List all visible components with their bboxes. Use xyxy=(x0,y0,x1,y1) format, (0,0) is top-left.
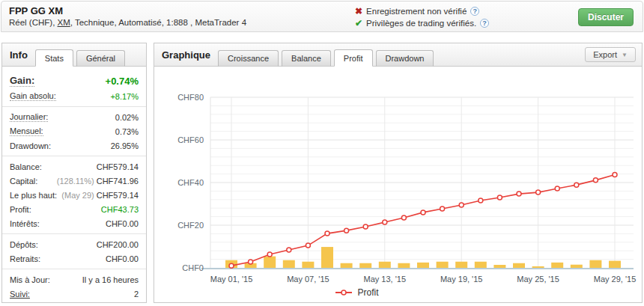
stat-row-profit: Profit: CHF43.73 xyxy=(10,202,139,216)
stat-note: (May 29) xyxy=(61,191,94,200)
caret-down-icon: ▼ xyxy=(622,52,628,58)
stat-value: 2 xyxy=(134,290,139,299)
verification-row-registration: ✖ Enregistrement non vérifié ? xyxy=(355,5,489,17)
stat-label: Dépôts: xyxy=(10,240,38,249)
stat-value: 26.95% xyxy=(111,141,139,150)
svg-text:CHF60: CHF60 xyxy=(177,135,204,144)
verification-text: Privilèges de trading vérifiés. xyxy=(366,19,476,28)
stat-row-retraits: Retraits: CHF0.00 xyxy=(10,251,139,266)
stat-value: +8.17% xyxy=(110,92,139,101)
verification-block: ✖ Enregistrement non vérifié ? ✔ Privilè… xyxy=(355,5,489,29)
stat-row-gain: Gain: +0.74% xyxy=(10,73,139,89)
stats-list: Gain: +0.74% Gain absolu: +8.17% Journal… xyxy=(2,67,146,301)
chart-panel: Graphique Croissance Balance Profit Draw… xyxy=(154,43,643,303)
help-icon[interactable]: ? xyxy=(480,19,489,28)
svg-text:May 25, '15: May 25, '15 xyxy=(517,275,559,284)
stat-value: CHF200.00 xyxy=(97,240,139,249)
svg-text:May 29, '15: May 29, '15 xyxy=(594,275,637,284)
svg-text:May 07, '15: May 07, '15 xyxy=(287,275,329,284)
account-subtitle: Réel (CHF), XM, Technique, Automatisé, 1… xyxy=(9,18,246,27)
stat-label: Journalier: xyxy=(10,112,48,122)
verification-text: Enregistrement non vérifié xyxy=(366,7,467,16)
subtitle-pre: Réel (CHF), xyxy=(9,18,58,27)
stat-row-journalier: Journalier: 0.02% xyxy=(10,110,139,124)
chart-body: CHF0CHF20CHF40CHF60CHF80May 01, '15May 0… xyxy=(154,67,642,303)
svg-text:May 13, '15: May 13, '15 xyxy=(364,275,407,284)
stat-note: (128.11%) xyxy=(57,177,94,186)
check-icon: ✔ xyxy=(355,18,362,28)
tab-croissance[interactable]: Croissance xyxy=(218,50,279,67)
help-icon[interactable]: ? xyxy=(470,7,479,16)
stat-value: Il y a 16 heures xyxy=(82,275,139,284)
info-panel: Info Stats Général Gain: +0.74% Gain abs… xyxy=(1,43,147,303)
export-label: Export xyxy=(593,50,617,59)
stat-row-depots: Dépôts: CHF200.00 xyxy=(10,237,139,251)
tab-profit[interactable]: Profit xyxy=(334,49,373,67)
stat-label: Capital: xyxy=(10,177,37,186)
stat-label: Gain: xyxy=(10,75,34,87)
stat-row-interets: Intérêts: CHF0.00 xyxy=(10,216,139,230)
legend-line-icon xyxy=(335,289,353,296)
discuss-button[interactable]: Discuter xyxy=(578,8,634,26)
stat-value: CHF0.00 xyxy=(106,254,139,263)
stat-row-balance: Balance: CHF579.14 xyxy=(10,159,139,174)
tab-drawdown[interactable]: Drawdown xyxy=(376,50,434,67)
tab-stats[interactable]: Stats xyxy=(35,49,73,67)
stat-value: (May 29)CHF579.14 xyxy=(61,191,139,200)
tab-general[interactable]: Général xyxy=(76,50,125,67)
account-header: FPP GG XM Réel (CHF), XM, Technique, Aut… xyxy=(1,1,643,32)
stat-value: CHF43.73 xyxy=(101,205,139,214)
divider xyxy=(2,233,146,234)
broker-link[interactable]: XM xyxy=(58,18,70,27)
stat-row-gain-absolu: Gain absolu: +8.17% xyxy=(10,89,139,103)
stat-row-suivi: Suivi: 2 xyxy=(10,287,139,301)
divider xyxy=(2,269,146,269)
cross-icon: ✖ xyxy=(355,6,362,16)
followers-link[interactable]: Suivi: xyxy=(10,290,30,299)
account-title: FPP GG XM xyxy=(9,5,63,16)
divider xyxy=(2,156,146,156)
stat-value: CHF579.14 xyxy=(97,162,139,171)
stat-label: Mis à Jour: xyxy=(10,275,50,284)
stat-value: +0.74% xyxy=(106,76,139,87)
stat-row-capital: Capital: (128.11%)CHF741.96 xyxy=(10,174,139,188)
page: FPP GG XM Réel (CHF), XM, Technique, Aut… xyxy=(0,0,644,306)
svg-text:May 01, '15: May 01, '15 xyxy=(210,275,253,284)
info-panel-title: Info xyxy=(10,49,28,61)
stat-label: Drawdown: xyxy=(10,141,51,150)
divider xyxy=(2,106,146,107)
stat-value: (128.11%)CHF741.96 xyxy=(57,177,139,186)
subtitle-post: , Technique, Automatisé, 1:888 , MetaTra… xyxy=(70,18,246,27)
stat-value: CHF0.00 xyxy=(106,219,139,228)
stat-value: 0.73% xyxy=(115,127,139,136)
profit-chart: CHF0CHF20CHF40CHF60CHF80May 01, '15May 0… xyxy=(154,67,642,287)
svg-text:CHF20: CHF20 xyxy=(177,221,204,230)
stat-label: Profit: xyxy=(10,205,31,214)
info-panel-header: Info Stats Général xyxy=(2,43,146,67)
svg-text:CHF0: CHF0 xyxy=(182,263,204,272)
svg-text:CHF40: CHF40 xyxy=(177,178,204,187)
stat-row-drawdown: Drawdown: 26.95% xyxy=(10,138,139,153)
stat-row-mis-a-jour: Mis à Jour: Il y a 16 heures xyxy=(10,272,139,287)
stat-value: 0.02% xyxy=(115,113,139,122)
stat-label: Balance: xyxy=(10,162,42,171)
verification-row-trading: ✔ Privilèges de trading vérifiés. ? xyxy=(355,17,489,29)
chart-panel-title: Graphique xyxy=(162,49,210,61)
stat-label: Le plus haut: xyxy=(10,191,57,200)
svg-text:May 19, '15: May 19, '15 xyxy=(440,275,483,284)
legend-label: Profit xyxy=(357,287,378,298)
stat-label: Gain absolu: xyxy=(10,91,56,101)
tab-balance[interactable]: Balance xyxy=(282,50,331,67)
stat-row-mensuel: Mensuel: 0.73% xyxy=(10,124,139,138)
stat-row-le-plus-haut: Le plus haut: (May 29)CHF579.14 xyxy=(10,188,139,202)
chart-legend-item[interactable]: Profit xyxy=(154,287,559,298)
svg-text:CHF80: CHF80 xyxy=(177,93,204,102)
stat-label: Retraits: xyxy=(10,254,40,263)
stat-label: Mensuel: xyxy=(10,126,43,136)
chart-panel-header: Graphique Croissance Balance Profit Draw… xyxy=(154,43,642,67)
export-button[interactable]: Export ▼ xyxy=(585,47,636,62)
stat-label: Intérêts: xyxy=(10,219,40,228)
